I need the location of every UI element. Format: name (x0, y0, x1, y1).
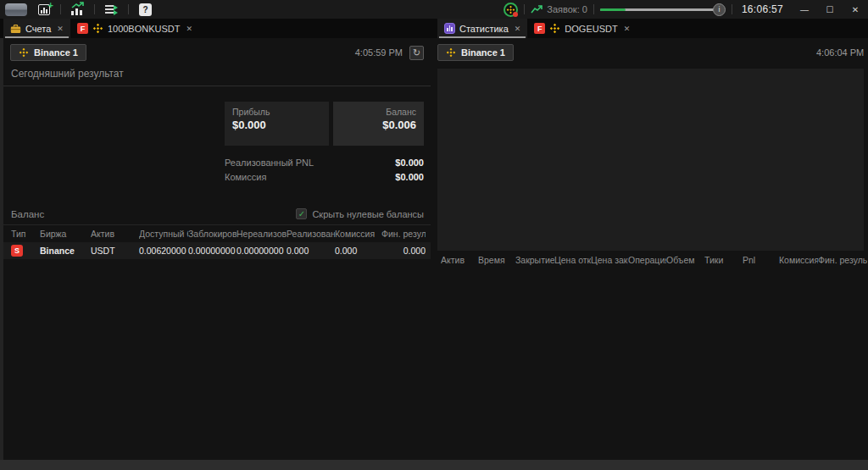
statistics-panel-header: Binance 1 4:06:04 PM (431, 38, 868, 64)
accounts-panel-header: Binance 1 4:05:59 PM ↻ (3, 38, 431, 64)
profit-label: Прибыль (232, 107, 321, 117)
binance-icon (92, 23, 103, 34)
balance-card: Баланс $0.006 (333, 102, 424, 146)
content: Binance 1 4:05:59 PM ↻ Сегодняшний резул… (0, 38, 868, 460)
help-icon: ? (139, 3, 152, 16)
right-tab-group: Статистика ✕ F DOGEUSDT ✕ (434, 19, 868, 38)
tab-dogeusdt[interactable]: F DOGEUSDT ✕ (527, 19, 637, 38)
orders-button[interactable] (101, 0, 122, 19)
balances-table: Тип Биржа Актив Доступный ба Заблокирова… (3, 225, 431, 259)
balance-section-header: Баланс ✓ Скрыть нулевые балансы (3, 205, 431, 225)
tab-label: Счета (25, 24, 51, 34)
cell-type: S (11, 245, 40, 257)
checkbox-checked-icon[interactable]: ✓ (296, 208, 307, 219)
col-fin-result[interactable]: Фин. результат (381, 229, 426, 239)
divider (593, 4, 594, 14)
app-window: + ? З (0, 0, 868, 470)
col-commission[interactable]: Комиссия (335, 229, 381, 239)
left-tab-group: Счета ✕ F 1000BONKUSDT ✕ (0, 19, 434, 38)
profit-value: $0.000 (232, 119, 321, 131)
col-unrealized[interactable]: Нереализован (236, 229, 287, 239)
binance-icon (446, 47, 456, 58)
col-operation[interactable]: Операция (628, 255, 666, 265)
summary-block: Прибыль $0.000 Баланс $0.006 Реализованн… (3, 86, 431, 186)
divider (524, 4, 525, 14)
new-chart-button[interactable]: + (34, 0, 54, 19)
binance-icon (19, 47, 29, 58)
growth-chart-icon (71, 4, 84, 15)
info-icon[interactable]: i (713, 3, 726, 16)
col-fin-result[interactable]: Фин. резуль (818, 255, 867, 265)
binance-connection-icon[interactable] (504, 3, 518, 17)
briefcase-icon (10, 24, 21, 34)
cell-realized: 0.000 (287, 246, 335, 256)
close-icon[interactable]: ✕ (186, 25, 192, 33)
throttle-slider[interactable]: i (600, 8, 726, 11)
maximize-button[interactable]: ☐ (817, 0, 843, 19)
alert-dot-icon (513, 12, 518, 17)
tab-label: Статистика (459, 24, 509, 34)
app-logo-icon (5, 3, 27, 16)
account-name: Binance 1 (34, 47, 78, 58)
balance-label: Баланс (341, 107, 416, 117)
refresh-icon[interactable]: ↻ (409, 46, 424, 60)
cell-commission: 0.000 (335, 246, 381, 256)
hide-zero-balances-toggle[interactable]: ✓ Скрыть нулевые балансы (296, 208, 424, 219)
col-ticks[interactable]: Тики (704, 255, 743, 265)
realized-pnl-row: Реализованный PNL $0.000 (225, 158, 424, 172)
trend-up-icon (531, 5, 542, 14)
close-icon[interactable]: ✕ (515, 25, 521, 33)
tab-1000bonkusdt[interactable]: F 1000BONKUSDT ✕ (70, 19, 199, 38)
stat-rows: Реализованный PNL $0.000 Комиссия $0.000 (225, 158, 424, 186)
orders-list-icon (105, 4, 118, 15)
minimize-button[interactable]: — (792, 0, 817, 19)
statistics-button[interactable] (67, 0, 88, 19)
col-type[interactable]: Тип (11, 229, 40, 239)
col-close[interactable]: Закрытие (515, 255, 554, 265)
cell-exchange: Binance (40, 246, 91, 256)
tab-accounts[interactable]: Счета ✕ (3, 19, 70, 38)
cell-unrealized: 0.00000000 (236, 246, 287, 256)
commission-value: $0.000 (395, 172, 424, 186)
realized-pnl-value: $0.000 (395, 158, 424, 172)
col-open-price[interactable]: Цена откр (554, 255, 591, 265)
balance-section-title: Баланс (11, 209, 44, 219)
tab-statistics[interactable]: Статистика ✕ (437, 19, 527, 38)
cell-asset: USDT (91, 246, 139, 256)
col-time[interactable]: Время (478, 255, 515, 265)
orders-count-label: Заявок: 0 (547, 4, 587, 14)
futures-icon: F (77, 23, 88, 34)
col-asset[interactable]: Актив (91, 229, 139, 239)
col-blocked[interactable]: Заблокирован (188, 229, 236, 239)
statistics-icon (444, 23, 455, 34)
tab-label: DOGEUSDT (565, 24, 617, 34)
statistics-panel: Binance 1 4:06:04 PM Актив Время Закрыти… (431, 38, 868, 460)
profit-card: Прибыль $0.000 (225, 102, 329, 146)
table-row[interactable]: S Binance USDT 0.00620000 0.00000000 0.0… (3, 242, 431, 259)
account-name: Binance 1 (461, 47, 505, 58)
window-bottom-edge (0, 460, 868, 470)
close-button[interactable]: ✕ (843, 0, 868, 19)
col-volume[interactable]: Объем (666, 255, 704, 265)
hide-zero-balances-label: Скрыть нулевые балансы (312, 209, 424, 219)
last-update-time: 4:05:59 PM (355, 47, 403, 58)
close-icon[interactable]: ✕ (624, 25, 631, 33)
today-result-title: Сегодняшний результат (3, 64, 431, 86)
account-selector-button[interactable]: Binance 1 (437, 44, 514, 61)
binance-icon (549, 23, 560, 34)
close-icon[interactable]: ✕ (57, 25, 64, 33)
realized-pnl-label: Реализованный PNL (225, 158, 314, 172)
slider-fill (600, 8, 626, 11)
statistics-chart-placeholder (437, 69, 864, 251)
col-realized[interactable]: Реализованнь (287, 229, 335, 239)
account-selector-button[interactable]: Binance 1 (10, 44, 86, 61)
col-close-price[interactable]: Цена закр (591, 255, 628, 265)
cell-blocked: 0.00000000 (188, 246, 236, 256)
col-asset[interactable]: Актив (441, 255, 478, 265)
col-commission[interactable]: Комиссия (779, 255, 818, 265)
col-exchange[interactable]: Биржа (40, 229, 91, 239)
help-button[interactable]: ? (135, 0, 156, 19)
col-pnl[interactable]: Pnl (743, 255, 779, 265)
col-available[interactable]: Доступный ба (139, 229, 188, 239)
cell-fin-result: 0.000 (381, 246, 426, 256)
